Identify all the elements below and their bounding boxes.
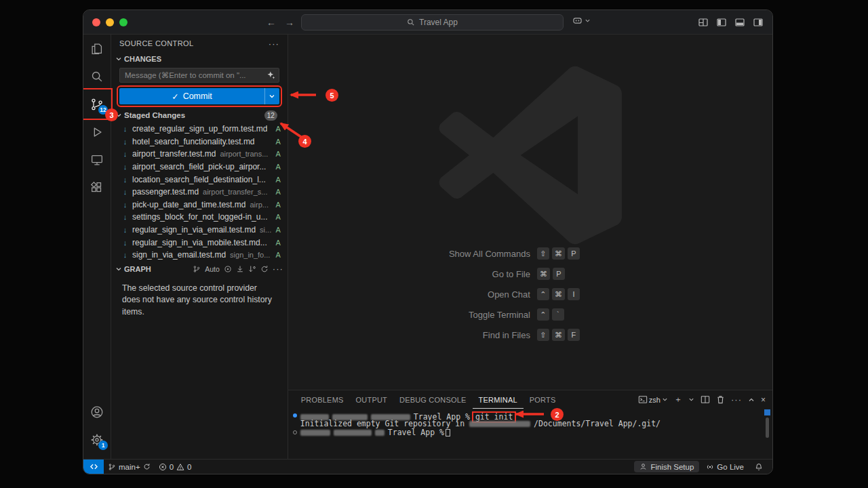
tab-debug-console[interactable]: DEBUG CONSOLE <box>393 390 473 409</box>
activity-search[interactable] <box>83 62 111 90</box>
activity-accounts[interactable] <box>83 398 111 426</box>
copilot-icon <box>572 16 583 25</box>
file-name: airport_transfer.test.md <box>132 149 216 159</box>
tab-terminal[interactable]: TERMINAL <box>473 390 524 409</box>
file-row[interactable]: ↓hotel_search_functionality.test.mdA <box>111 136 288 148</box>
tab-problems[interactable]: PROBLEMS <box>295 390 350 409</box>
terminal-icon <box>638 395 648 404</box>
file-name: airport_search_field_pick-up_airpor... <box>132 162 266 171</box>
shortcut-row: Toggle Terminal ⌃` <box>395 308 666 321</box>
more-actions-icon[interactable]: ··· <box>269 39 279 49</box>
person-icon <box>639 463 647 470</box>
navigate-back-button[interactable]: ← <box>267 17 276 28</box>
file-row[interactable]: ↓passenger.test.mdairport_transfer_s...A <box>111 186 288 199</box>
close-panel-icon[interactable]: × <box>761 395 766 405</box>
key-chip: I <box>568 288 580 300</box>
activity-source-control[interactable]: 12 <box>83 90 111 118</box>
go-live-button[interactable]: Go Live <box>702 460 748 474</box>
staged-count-badge: 12 <box>264 110 277 121</box>
refresh-icon[interactable] <box>260 265 269 273</box>
pull-icon[interactable] <box>248 265 256 273</box>
bottom-panel: PROBLEMS OUTPUT DEBUG CONSOLE TERMINAL P… <box>288 390 772 459</box>
staged-changes-header[interactable]: Staged Changes 12 <box>111 108 288 123</box>
target-icon[interactable] <box>224 265 232 273</box>
file-name: regular_sign_in_via_mobile.test.md... <box>132 238 267 247</box>
file-name: sign_in_via_email.test.md <box>132 250 226 260</box>
copilot-menu-button[interactable] <box>572 16 591 25</box>
key-chip: ⌘ <box>537 268 550 280</box>
terminal-line: Initialized empty Git repository in /Doc… <box>288 420 772 428</box>
shortcut-row: Open Chat ⌃⌘I <box>395 288 666 300</box>
panel-more-actions-icon[interactable]: ··· <box>731 394 742 405</box>
terminal-dropdown-icon[interactable] <box>688 396 694 403</box>
chevron-down-icon <box>115 56 122 62</box>
sync-icon <box>143 463 151 470</box>
navigate-forward-button[interactable]: → <box>285 17 294 28</box>
graph-section-header[interactable]: GRAPH Auto <box>111 262 288 277</box>
file-row[interactable]: ↓pick-up_date_and_time.test.mdairp...A <box>111 199 288 211</box>
toggle-primary-sidebar-icon[interactable] <box>716 17 727 28</box>
sidebar-title: SOURCE CONTROL <box>119 39 194 47</box>
minimize-window-button[interactable] <box>106 18 114 26</box>
shell-selector[interactable]: zsh <box>638 395 668 404</box>
branch-status-item[interactable]: main+ <box>104 460 155 474</box>
redacted-text <box>334 430 372 436</box>
file-desc: si... <box>260 226 271 234</box>
close-window-button[interactable] <box>92 18 100 26</box>
changes-section-header[interactable]: CHANGES <box>111 52 288 66</box>
file-row[interactable]: ↓settings_block_for_not_logged-in_u...A <box>111 211 288 224</box>
error-icon <box>159 463 167 471</box>
terminal-content[interactable]: Travel App %git init Initialized empty G… <box>288 409 772 459</box>
shortcut-row: Go to File ⌘P <box>395 268 666 280</box>
notifications-bell-icon[interactable] <box>751 460 767 474</box>
fetch-icon[interactable] <box>236 265 244 273</box>
warning-icon <box>176 463 184 471</box>
kill-terminal-icon[interactable] <box>716 395 725 404</box>
zoom-window-button[interactable] <box>119 18 127 26</box>
commit-button[interactable]: ✓ Commit <box>119 88 279 104</box>
activity-remote-explorer[interactable] <box>83 146 111 174</box>
problems-status-item[interactable]: 0 0 <box>155 460 196 474</box>
file-status: A <box>271 125 280 133</box>
tab-output[interactable]: OUTPUT <box>350 390 393 409</box>
new-terminal-button[interactable]: ＋ <box>674 394 682 405</box>
file-status: A <box>271 176 280 184</box>
customize-layout-icon[interactable] <box>698 17 709 28</box>
window-controls <box>92 18 127 26</box>
activity-explorer[interactable] <box>83 35 111 62</box>
file-row[interactable]: ↓airport_search_field_pick-up_airpor...A <box>111 161 288 174</box>
branch-picker-icon[interactable] <box>193 265 201 273</box>
activity-bar: 12 <box>83 35 111 459</box>
split-terminal-icon[interactable] <box>701 395 710 404</box>
file-row[interactable]: ↓regular_sign_in_via_email.test.mdsi...A <box>111 224 288 237</box>
remote-indicator[interactable] <box>83 460 104 474</box>
file-status: A <box>271 188 280 196</box>
markdown-file-icon: ↓ <box>121 188 130 196</box>
file-row[interactable]: ↓airport_transfer.test.mdairport_trans..… <box>111 148 288 161</box>
shortcut-label: Go to File <box>395 269 530 279</box>
vscode-window: ← → Travel App <box>83 9 773 474</box>
activity-settings[interactable]: 1 <box>83 426 111 453</box>
toggle-panel-icon[interactable] <box>734 17 745 28</box>
terminal-cursor <box>446 429 450 436</box>
finish-setup-button[interactable]: Finish Setup <box>634 461 699 472</box>
toggle-secondary-sidebar-icon[interactable] <box>753 17 764 28</box>
file-row[interactable]: ↓create_regular_sign_up_form.test.mdA <box>111 123 288 136</box>
command-center-search[interactable]: Travel App <box>301 14 564 30</box>
account-icon <box>90 405 104 420</box>
file-row[interactable]: ↓location_search_field_destination_l...A <box>111 173 288 186</box>
terminal-output: /Documents/Travel App/.git/ <box>534 419 660 428</box>
file-row[interactable]: ↓sign_in_via_email.test.mdsign_in_fo...A <box>111 249 288 262</box>
graph-auto-label[interactable]: Auto <box>205 265 220 273</box>
maximize-panel-icon[interactable] <box>748 396 755 403</box>
terminal-scrollbar[interactable] <box>766 418 769 438</box>
commit-message-input[interactable] <box>119 68 279 83</box>
commit-dropdown-button[interactable] <box>264 88 279 104</box>
graph-more-actions-icon[interactable]: ··· <box>273 264 283 274</box>
sparkle-icon[interactable] <box>267 70 275 79</box>
activity-extensions[interactable] <box>83 174 111 201</box>
activity-run-debug[interactable] <box>83 118 111 146</box>
key-chip: ⌘ <box>552 247 565 260</box>
file-row[interactable]: ↓regular_sign_in_via_mobile.test.md...A <box>111 236 288 249</box>
tab-ports[interactable]: PORTS <box>524 390 562 409</box>
